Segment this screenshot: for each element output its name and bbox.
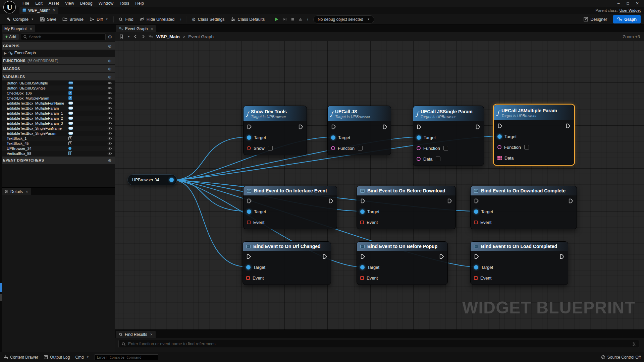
console-command-field[interactable] (95, 354, 158, 360)
data-map-pin[interactable] (497, 156, 502, 160)
asset-tab-wbp-main[interactable]: WBP_Main* × (19, 7, 58, 14)
chevron-right-icon[interactable]: ▶ (4, 51, 7, 55)
eye-icon[interactable] (105, 126, 112, 131)
exec-out-pin[interactable] (298, 124, 303, 129)
eye-icon[interactable] (105, 121, 112, 126)
exec-out-pin[interactable] (328, 198, 333, 203)
class-defaults-button[interactable]: Class Defaults (228, 15, 268, 24)
graph-button[interactable]: Graph (613, 15, 641, 23)
eye-icon[interactable] (105, 146, 112, 151)
target-pin[interactable] (247, 135, 251, 140)
output-log-button[interactable]: Output Log (44, 355, 70, 360)
target-pin[interactable] (331, 135, 335, 140)
target-pin[interactable] (360, 265, 365, 269)
data-pin[interactable] (417, 157, 421, 161)
graph-canvas[interactable]: WIDGET BLUEPRINT (115, 41, 644, 329)
close-button[interactable]: ✕ (633, 1, 642, 6)
node-show-dev-tools[interactable]: ƒ Show Dev Tools Target is UPBrowser Tar… (243, 106, 307, 155)
eye-icon[interactable] (105, 91, 112, 96)
target-pin[interactable] (497, 134, 502, 139)
node-bind-on-before-popup[interactable]: Bind Event to On Before Popup Target Eve… (357, 241, 448, 285)
exec-out-pin[interactable] (322, 254, 327, 259)
eye-icon[interactable] (105, 131, 112, 136)
exec-out-pin[interactable] (568, 198, 573, 203)
content-drawer-button[interactable]: Content Drawer (3, 355, 38, 360)
node-bind-on-download-complete[interactable]: Bind Event to On Download Complete Targe… (470, 186, 577, 229)
variable-row[interactable]: EditableTextBox_MultipleParam_3 (0, 121, 115, 126)
eye-icon[interactable] (105, 111, 112, 116)
eye-icon[interactable] (105, 81, 112, 85)
target-pin[interactable] (246, 265, 251, 269)
blueprint-search-input[interactable] (29, 35, 103, 39)
add-graph-icon[interactable]: ⊕ (108, 44, 112, 49)
exec-in-pin[interactable] (360, 198, 365, 203)
browse-button[interactable]: Browse (60, 15, 86, 24)
chevron-down-icon[interactable]: ▼ (127, 35, 130, 38)
close-icon[interactable]: × (150, 332, 153, 337)
panel-settings-icon[interactable]: ⚙ (108, 35, 112, 39)
menu-help[interactable]: Help (132, 0, 147, 7)
exec-out-pin[interactable] (439, 254, 444, 259)
event-pin[interactable] (474, 276, 478, 280)
eye-icon[interactable] (105, 101, 112, 106)
node-uecall-jssingle-param[interactable]: ƒ UECall JSSingle Param Target is UPBrow… (413, 106, 484, 166)
show-checkbox[interactable] (268, 146, 273, 150)
breadcrumb-root[interactable]: WBP_Main (156, 34, 180, 39)
node-bind-on-interface-event[interactable]: Bind Event to On Interface Event Target … (243, 186, 337, 229)
variable-row[interactable]: TextBlock_45 (0, 141, 115, 146)
variable-row[interactable]: EditableTextBox_MultipleParam_1 (0, 111, 115, 116)
eye-icon[interactable] (105, 96, 112, 101)
eye-icon[interactable] (105, 86, 112, 90)
menu-view[interactable]: View (62, 0, 77, 7)
menu-debug[interactable]: Debug (77, 0, 96, 7)
exec-out-pin[interactable] (559, 254, 565, 259)
find-results-search[interactable] (118, 340, 639, 348)
exec-out-pin[interactable] (447, 198, 452, 203)
exec-out-pin[interactable] (475, 124, 480, 129)
function-pin[interactable] (417, 146, 421, 150)
tab-find-results[interactable]: Find Results × (116, 331, 156, 338)
function-input-box[interactable] (443, 146, 448, 150)
variable-row[interactable]: EditableTextBox_MultipleParam_2 (0, 116, 115, 121)
chevron-down-icon[interactable]: ▼ (106, 18, 108, 21)
event-pin[interactable] (360, 221, 364, 224)
menu-tools[interactable]: Tools (116, 0, 132, 7)
exec-in-pin[interactable] (497, 123, 502, 128)
menu-edit[interactable]: Edit (32, 0, 46, 7)
exec-out-pin[interactable] (566, 123, 571, 128)
variable-row[interactable]: TextBlock_1 (0, 136, 115, 141)
event-pin[interactable] (360, 276, 364, 280)
menu-asset[interactable]: Asset (46, 0, 62, 7)
event-pin[interactable] (246, 276, 250, 280)
add-variable-icon[interactable]: ⊕ (108, 74, 112, 79)
function-input-box[interactable] (358, 146, 363, 150)
hide-unrelated-button[interactable]: Hide Unrelated (137, 15, 177, 24)
search-options-icon[interactable] (632, 342, 636, 346)
menu-window[interactable]: Window (96, 0, 116, 7)
variable-row[interactable]: CheckBox_MultipleParam (0, 96, 115, 101)
maximize-button[interactable]: □ (623, 1, 633, 6)
node-bind-on-url-changed[interactable]: Bind Event to On Url Changed Target Even… (243, 241, 331, 285)
event-pin[interactable] (474, 221, 478, 224)
tree-item-eventgraph[interactable]: ▶ EventGraph (0, 50, 115, 56)
output-pin[interactable] (169, 178, 174, 182)
target-pin[interactable] (417, 135, 421, 140)
section-variables[interactable]: VARIABLES ⊕ (0, 73, 115, 80)
blueprint-search[interactable] (21, 34, 106, 40)
target-pin[interactable] (247, 209, 251, 214)
node-uecall-js[interactable]: ƒ UECall JS Target is UPBrowser Target F… (327, 106, 391, 155)
variable-row[interactable]: EditableTextBox_MultipleFunName (0, 101, 115, 106)
eye-icon[interactable] (105, 151, 112, 156)
eye-icon[interactable] (105, 141, 112, 146)
section-graphs[interactable]: GRAPHS ⊕ (0, 42, 115, 50)
tab-details[interactable]: Details × (1, 188, 31, 195)
variable-row[interactable]: VerticalBox_58 (0, 151, 115, 156)
back-arrow-icon[interactable] (133, 34, 138, 39)
add-dispatcher-icon[interactable]: ⊕ (108, 158, 112, 163)
node-upbrowser-34[interactable]: UPBrowser 34 (127, 174, 177, 185)
exec-in-pin[interactable] (474, 198, 479, 203)
event-pin[interactable] (247, 221, 251, 224)
function-pin[interactable] (331, 146, 335, 150)
exec-in-pin[interactable] (360, 254, 365, 259)
console-command-input[interactable] (97, 355, 156, 359)
